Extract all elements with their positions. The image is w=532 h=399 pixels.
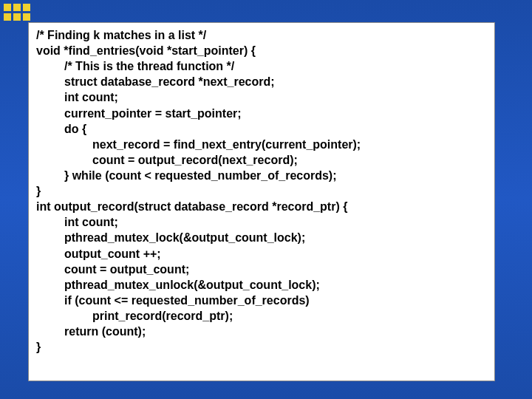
code-line: pthread_mutex_unlock(&output_count_lock)… (36, 277, 487, 293)
code-line: count = output_record(next_record); (36, 152, 487, 168)
code-line: count = output_count; (36, 262, 487, 277)
code-line: int count; (36, 214, 487, 230)
code-line: void *find_entries(void *start_pointer) … (36, 43, 487, 58)
code-line: return (count); (36, 324, 487, 339)
code-line: current_pointer = start_pointer; (36, 106, 487, 121)
code-line: output_count ++; (36, 246, 487, 262)
code-block: /* Finding k matches in a list */ void *… (28, 22, 495, 381)
code-line: /* Finding k matches in a list */ (36, 27, 487, 43)
code-line: } (36, 183, 487, 199)
square-icon (23, 4, 30, 11)
code-line: int count; (36, 89, 487, 105)
code-line: pthread_mutex_lock(&output_count_lock); (36, 230, 487, 245)
square-icon (13, 4, 21, 11)
square-icon (4, 4, 11, 11)
square-icon (4, 13, 11, 21)
decorative-squares (4, 4, 30, 21)
code-line: if (count <= requested_number_of_records… (36, 293, 487, 308)
square-icon (23, 13, 30, 21)
code-line: int output_record(struct database_record… (36, 199, 487, 214)
square-icon (13, 13, 21, 21)
code-line: } while (count < requested_number_of_rec… (36, 168, 487, 183)
code-line: } (36, 339, 487, 355)
code-line: /* This is the thread function */ (36, 58, 487, 74)
code-line: next_record = find_next_entry(current_po… (36, 137, 487, 152)
code-line: do { (36, 121, 487, 137)
code-line: struct database_record *next_record; (36, 74, 487, 89)
code-line: print_record(record_ptr); (36, 308, 487, 324)
